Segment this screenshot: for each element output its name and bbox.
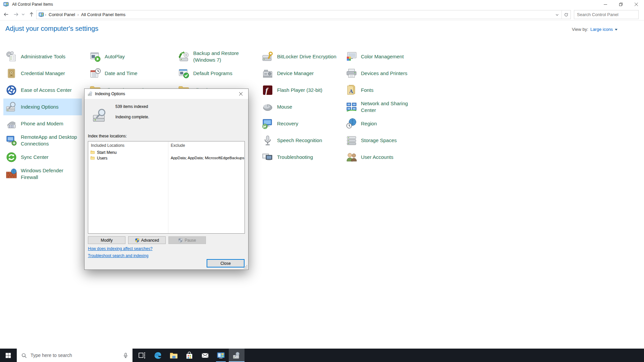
cp-item-ease-of-access-center[interactable]: Ease of Access Center [3,82,82,99]
refresh-icon[interactable] [561,10,571,19]
cp-item-indexing-options[interactable]: Indexing Options [3,99,82,115]
control-panel-icon [39,12,44,17]
taskbar-apps [134,349,245,362]
cp-item-label: Network and Sharing Center [361,100,421,114]
taskbar-search-input[interactable] [30,352,123,358]
cp-item-label: Administrative Tools [21,53,80,60]
taskbar-search-box[interactable] [17,349,132,362]
cp-item-storage-spaces[interactable]: Storage Spaces [343,132,423,149]
cp-item-backup-and-restore-windows-7[interactable]: Backup and Restore (Windows 7) [176,48,256,65]
taskbar-control-panel-icon[interactable] [213,349,229,362]
taskbar-indexing-options-icon[interactable] [229,349,245,362]
indexing-help-link[interactable]: How does indexing affect searches? [88,246,153,251]
indexing-options-icon [5,101,17,113]
search-box[interactable] [574,10,639,19]
sync-center-icon [5,151,17,163]
cp-item-label: Date and Time [105,70,164,77]
back-button[interactable] [1,10,11,19]
cp-item-region[interactable]: Region [343,115,423,132]
cp-item-label: RemoteApp and Desktop Connections [21,134,80,147]
cp-item-label: Credential Manager [21,70,80,77]
indexed-locations-list[interactable]: Included Locations Exclude Start MenuUse… [88,141,245,234]
cp-item-label: BitLocker Drive Encryption [277,53,347,60]
cp-item-speech-recognition[interactable]: Speech Recognition [260,132,349,149]
cp-item-administrative-tools[interactable]: Administrative Tools [3,48,82,65]
window-title: All Control Panel Items [12,2,53,7]
cp-item-windows-defender-firewall[interactable]: Windows Defender Firewall [3,166,82,182]
recent-pages-chevron-icon[interactable] [20,10,26,19]
network-sharing-icon [345,101,358,113]
view-by-value[interactable]: Large icons [590,27,613,32]
cp-item-fonts[interactable]: AFonts [343,82,423,99]
resize-grip[interactable] [244,265,248,269]
taskbar-file-explorer-icon[interactable] [166,349,181,362]
cp-item-network-and-sharing-center[interactable]: Network and Sharing Center [343,99,423,115]
cp-item-date-and-time[interactable]: Date and Time [87,65,166,82]
view-by-control[interactable]: View by: Large icons [572,27,618,32]
troubleshoot-link[interactable]: Troubleshoot search and indexing [88,253,148,258]
cp-item-default-programs[interactable]: Default Programs [176,65,256,82]
advanced-button[interactable]: Advanced [128,236,166,244]
cp-item-bitlocker-drive-encryption[interactable]: BitLocker Drive Encryption [260,48,349,65]
indexed-count: 539 items indexed [115,104,148,109]
cp-item-autoplay[interactable]: AutoPlay [87,48,166,65]
cp-item-label: AutoPlay [105,53,164,60]
taskbar-store-icon[interactable] [181,349,197,362]
cp-item-label: Recovery [277,120,347,127]
breadcrumb-all-items[interactable]: All Control Panel Items [80,12,127,17]
taskbar-task-view-icon[interactable] [134,349,150,362]
taskbar-edge-icon[interactable] [150,349,166,362]
uac-shield-icon [135,238,140,243]
taskbar-mail-icon[interactable] [197,349,213,362]
svg-text:A: A [349,88,353,94]
cp-item-mouse[interactable]: Mouse [260,99,349,115]
microphone-icon[interactable] [123,353,128,358]
location-row-users[interactable]: UsersAppData; AppData; MicrosoftEdgeBack… [88,155,245,161]
dialog-titlebar: Indexing Options [85,89,248,99]
breadcrumb-control-panel[interactable]: Control Panel [47,12,76,17]
cp-item-devices-and-printers[interactable]: Devices and Printers [343,65,423,82]
cp-item-device-manager[interactable]: Device Manager [260,65,349,82]
dialog-close-button[interactable] [233,89,248,99]
address-dropdown-icon[interactable] [553,10,561,19]
page-title: Adjust your computer's settings [5,25,98,33]
breadcrumb-separator [44,12,47,17]
minimize-button[interactable] [598,0,613,9]
close-button[interactable] [629,0,644,9]
cp-item-flash-player-32-bit[interactable]: fFlash Player (32-bit) [260,82,349,99]
forward-button[interactable] [11,10,21,19]
pause-button: Pause [168,236,206,244]
cp-item-label: Flash Player (32-bit) [277,87,347,94]
devices-printers-icon [345,67,358,79]
cp-item-remoteapp-and-desktop-connections[interactable]: RemoteApp and Desktop Connections [3,132,82,149]
cp-item-phone-and-modem[interactable]: Phone and Modem [3,115,82,132]
cp-item-label: Ease of Access Center [21,87,80,94]
start-button[interactable] [0,349,16,362]
chevron-down-icon[interactable] [615,29,618,31]
cp-item-recovery[interactable]: Recovery [260,115,349,132]
cp-item-sync-center[interactable]: Sync Center [3,149,82,166]
view-by-label: View by: [572,27,588,32]
admin-tools-icon [5,51,17,63]
cp-item-label: Storage Spaces [361,137,421,144]
maximize-button[interactable] [613,0,629,9]
search-input[interactable] [574,12,636,17]
cp-item-label: Indexing Options [21,104,80,110]
troubleshooting-icon [262,151,274,163]
up-button[interactable] [27,10,36,19]
phone-modem-icon [5,118,17,130]
backup-restore-icon [178,51,190,63]
taskbar: The Collection Book 9:36 AM 11/3/2018 [0,349,644,362]
ease-of-access-icon [5,84,17,96]
location-row-start-menu[interactable]: Start Menu [88,149,245,155]
cp-item-user-accounts[interactable]: User Accounts [343,149,423,166]
cp-item-label: User Accounts [361,154,421,161]
cp-item-troubleshooting[interactable]: Troubleshooting [260,149,349,166]
cp-item-label: Devices and Printers [361,70,421,77]
folder-icon [90,156,95,160]
cp-item-color-management[interactable]: Color Management [343,48,423,65]
cp-item-credential-manager[interactable]: Credential Manager [3,65,82,82]
modify-button[interactable]: Modify [88,236,125,244]
address-bar[interactable]: Control Panel All Control Panel Items [36,10,571,19]
dialog-close-action-button[interactable]: Close [207,259,245,267]
